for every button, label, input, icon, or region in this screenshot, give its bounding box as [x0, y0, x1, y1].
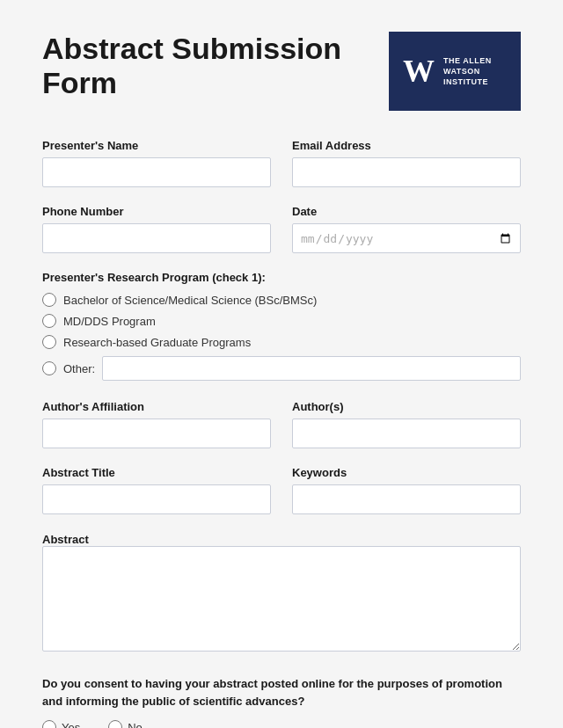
radio-other-label: Other:	[63, 362, 95, 375]
radio-graduate[interactable]: Research-based Graduate Programs	[42, 335, 521, 349]
abstract-textarea[interactable]	[42, 546, 521, 652]
consent-no-label: No	[128, 721, 143, 729]
group-affiliation: Author's Affiliation	[42, 400, 271, 448]
consent-no-input[interactable]	[108, 720, 122, 728]
radio-mddds[interactable]: MD/DDS Program	[42, 314, 521, 328]
consent-text: Do you consent to having your abstract p…	[42, 675, 521, 710]
affiliation-label: Author's Affiliation	[42, 400, 271, 413]
presenter-name-label: Presenter's Name	[42, 139, 271, 152]
radio-graduate-input[interactable]	[42, 335, 56, 349]
group-phone: Phone Number	[42, 205, 271, 253]
phone-label: Phone Number	[42, 205, 271, 218]
logo-line1: THE ALLEN	[443, 56, 492, 65]
group-abstract: Abstract	[42, 532, 521, 654]
radio-bsc-label: Bachelor of Science/Medical Science (BSc…	[63, 294, 317, 307]
consent-no[interactable]: No	[108, 720, 143, 728]
logo-text: THE ALLEN WATSON INSTITUTE	[443, 56, 492, 86]
group-abstract-title: Abstract Title	[42, 466, 271, 514]
consent-section: Do you consent to having your abstract p…	[42, 675, 521, 728]
abstract-title-label: Abstract Title	[42, 466, 271, 479]
radio-mddds-label: MD/DDS Program	[63, 315, 156, 328]
group-keywords: Keywords	[292, 466, 521, 514]
logo-line3: INSTITUTE	[443, 77, 492, 86]
group-date: Date	[292, 205, 521, 253]
radio-other-row: Other:	[42, 356, 521, 381]
row-phone-date: Phone Number Date	[42, 205, 521, 253]
research-section: Presenter's Research Program (check 1): …	[42, 271, 521, 381]
group-authors: Author(s)	[292, 400, 521, 448]
radio-mddds-input[interactable]	[42, 314, 56, 328]
row-name-email: Presenter's Name Email Address	[42, 139, 521, 187]
radio-other-input[interactable]	[42, 361, 56, 375]
authors-input[interactable]	[292, 419, 521, 448]
group-email: Email Address	[292, 139, 521, 187]
presenter-name-input[interactable]	[42, 157, 271, 187]
page-container: Abstract Submission Form W THE ALLEN WAT…	[0, 0, 563, 728]
group-presenter-name: Presenter's Name	[42, 139, 271, 187]
research-program-label: Presenter's Research Program (check 1):	[42, 271, 521, 284]
authors-label: Author(s)	[292, 400, 521, 413]
logo-badge: W THE ALLEN WATSON INSTITUTE	[389, 32, 521, 111]
logo-letter: W	[403, 55, 435, 87]
header: Abstract Submission Form W THE ALLEN WAT…	[42, 32, 521, 111]
consent-yes[interactable]: Yes	[42, 720, 80, 728]
abstract-title-input[interactable]	[42, 484, 271, 514]
logo-line2: WATSON	[443, 67, 492, 76]
abstract-label: Abstract	[42, 533, 89, 546]
row-title-keywords: Abstract Title Keywords	[42, 466, 521, 514]
date-input[interactable]	[292, 223, 521, 253]
consent-yes-label: Yes	[62, 721, 80, 729]
page-title: Abstract Submission Form	[42, 32, 359, 100]
consent-radios: Yes No	[42, 720, 521, 728]
email-label: Email Address	[292, 139, 521, 152]
research-radio-group: Bachelor of Science/Medical Science (BSc…	[42, 293, 521, 381]
consent-yes-input[interactable]	[42, 720, 56, 728]
keywords-input[interactable]	[292, 484, 521, 514]
other-text-input[interactable]	[102, 356, 521, 381]
radio-bsc-input[interactable]	[42, 293, 56, 307]
affiliation-input[interactable]	[42, 419, 271, 448]
date-label: Date	[292, 205, 521, 218]
row-affiliation-authors: Author's Affiliation Author(s)	[42, 400, 521, 448]
radio-other[interactable]: Other:	[42, 361, 95, 375]
email-input[interactable]	[292, 157, 521, 187]
radio-bsc[interactable]: Bachelor of Science/Medical Science (BSc…	[42, 293, 521, 307]
radio-graduate-label: Research-based Graduate Programs	[63, 336, 251, 349]
keywords-label: Keywords	[292, 466, 521, 479]
phone-input[interactable]	[42, 223, 271, 253]
